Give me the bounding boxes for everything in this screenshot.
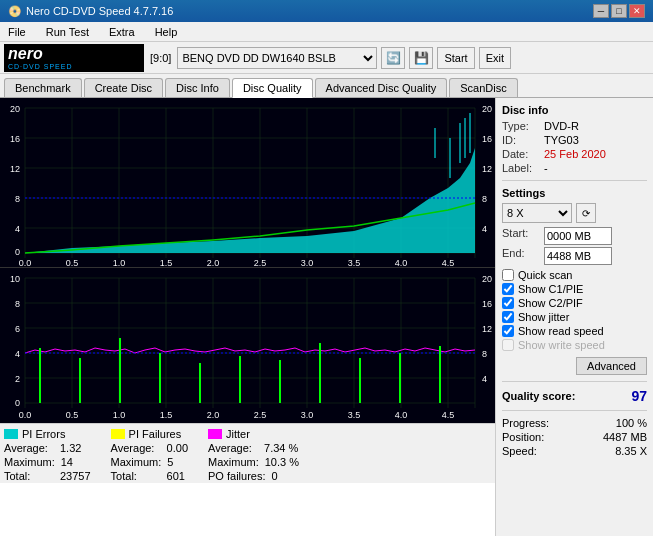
drive-select[interactable]: BENQ DVD DD DW1640 BSLB [177,47,377,69]
minimize-button[interactable]: ─ [593,4,609,18]
advanced-button[interactable]: Advanced [576,357,647,375]
exit-button[interactable]: Exit [479,47,511,69]
stats-bar: PI Errors Average: 1.32 Maximum: 14 Tota… [0,423,495,483]
logo-nero: nero [8,45,73,63]
app-icon: 📀 [8,5,22,18]
tab-advanced-disc-quality[interactable]: Advanced Disc Quality [315,78,448,97]
svg-text:2: 2 [15,374,20,384]
drive-index-label: [9:0] [148,52,173,64]
menu-file[interactable]: File [4,24,30,40]
svg-text:12: 12 [482,164,492,174]
chart-bottom: 10 8 6 4 2 0 20 16 12 8 4 0.0 0.5 1.0 1.… [0,268,495,423]
start-row: Start: [502,227,647,245]
stat-group-jitter: Jitter Average: 7.34 % Maximum: 10.3 % P… [208,428,299,479]
show-jitter-check[interactable] [502,311,514,323]
disc-id-label: ID: [502,134,540,146]
end-field[interactable] [544,247,612,265]
maximize-button[interactable]: □ [611,4,627,18]
show-c2pif-label: Show C2/PIF [518,297,583,309]
svg-text:0: 0 [15,398,20,408]
tab-scandisc[interactable]: ScanDisc [449,78,517,97]
tab-create-disc[interactable]: Create Disc [84,78,163,97]
main-content: 20 16 12 8 4 0 20 16 12 8 4 0.0 0.5 1.0 … [0,98,653,536]
tab-disc-quality[interactable]: Disc Quality [232,78,313,98]
jitter-average-key: Average: [208,442,258,454]
divider-3 [502,410,647,411]
pi-errors-max-row: Maximum: 14 [4,456,91,468]
start-button[interactable]: Start [437,47,474,69]
chart-top-svg: 20 16 12 8 4 0 20 16 12 8 4 0.0 0.5 1.0 … [0,98,495,267]
svg-text:0.5: 0.5 [66,258,79,267]
svg-text:8: 8 [482,349,487,359]
chart-top: 20 16 12 8 4 0 20 16 12 8 4 0.0 0.5 1.0 … [0,98,495,268]
svg-text:4.0: 4.0 [395,258,408,267]
speed-select[interactable]: 8 X [502,203,572,223]
start-field[interactable] [544,227,612,245]
jitter-average-row: Average: 7.34 % [208,442,299,454]
pi-failures-max-row: Maximum: 5 [111,456,188,468]
save-button[interactable]: 💾 [409,47,433,69]
svg-text:4.5: 4.5 [442,258,455,267]
tab-disc-info[interactable]: Disc Info [165,78,230,97]
title-bar-controls: ─ □ ✕ [593,4,645,18]
svg-text:6: 6 [15,324,20,334]
tab-benchmark[interactable]: Benchmark [4,78,82,97]
pi-failures-total-row: Total: 601 [111,470,188,482]
pi-errors-label: PI Errors [22,428,65,440]
chart-container: 20 16 12 8 4 0 20 16 12 8 4 0.0 0.5 1.0 … [0,98,495,536]
svg-text:4: 4 [482,374,487,384]
menu-bar: File Run Test Extra Help [0,22,653,42]
divider-1 [502,180,647,181]
end-row: End: [502,247,647,265]
quality-row: Quality score: 97 [502,388,647,404]
disc-info-title: Disc info [502,104,647,116]
show-write-speed-check [502,339,514,351]
svg-text:10: 10 [10,274,20,284]
jitter-max-row: Maximum: 10.3 % [208,456,299,468]
jitter-po-val: 0 [271,470,277,482]
settings-title: Settings [502,187,647,199]
speed-label: Speed: [502,445,557,457]
show-c1pie-row: Show C1/PIE [502,283,647,295]
menu-extra[interactable]: Extra [105,24,139,40]
svg-text:20: 20 [10,104,20,114]
svg-text:1.5: 1.5 [160,258,173,267]
pi-errors-average-val: 1.32 [60,442,81,454]
logo-sub: CD·DVD SPEED [8,63,73,70]
show-write-speed-label: Show write speed [518,339,605,351]
quick-scan-check[interactable] [502,269,514,281]
jitter-legend: Jitter [208,428,299,440]
jitter-po-row: PO failures: 0 [208,470,299,482]
position-row: Position: 4487 MB [502,431,647,443]
disc-type-label: Type: [502,120,540,132]
jitter-max-key: Maximum: [208,456,259,468]
svg-text:3.5: 3.5 [348,410,361,420]
svg-text:16: 16 [482,134,492,144]
quick-scan-row: Quick scan [502,269,647,281]
pi-failures-total-val: 601 [167,470,185,482]
jitter-average-val: 7.34 % [264,442,298,454]
pi-errors-total-key: Total: [4,470,54,482]
refresh-button[interactable]: 🔄 [381,47,405,69]
settings-icon-btn[interactable]: ⟳ [576,203,596,223]
menu-help[interactable]: Help [151,24,182,40]
progress-value: 100 % [616,417,647,429]
svg-text:16: 16 [482,299,492,309]
stat-group-pi-failures: PI Failures Average: 0.00 Maximum: 5 Tot… [111,428,188,479]
divider-2 [502,381,647,382]
svg-text:2.5: 2.5 [254,258,267,267]
show-read-speed-check[interactable] [502,325,514,337]
menu-run-test[interactable]: Run Test [42,24,93,40]
close-button[interactable]: ✕ [629,4,645,18]
pi-failures-max-val: 5 [167,456,173,468]
show-c2pif-check[interactable] [502,297,514,309]
svg-text:20: 20 [482,274,492,284]
logo: nero CD·DVD SPEED [4,44,144,72]
svg-text:4.0: 4.0 [395,410,408,420]
svg-rect-46 [0,268,495,423]
svg-text:2.0: 2.0 [207,258,220,267]
show-c1pie-check[interactable] [502,283,514,295]
disc-date-value: 25 Feb 2020 [544,148,606,160]
svg-text:20: 20 [482,104,492,114]
show-jitter-row: Show jitter [502,311,647,323]
